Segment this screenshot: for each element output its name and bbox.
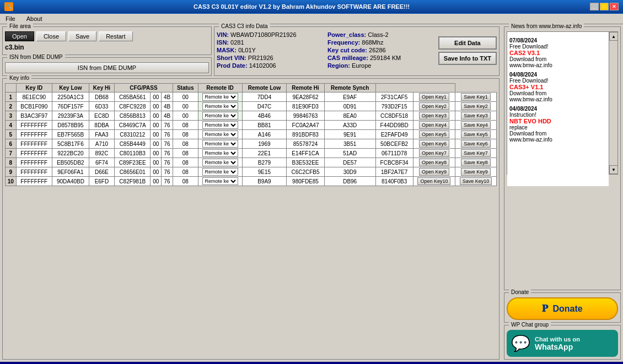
news-panel[interactable]: 07/08/2024 Free Download! CAS2 V3.1 Down… <box>507 32 609 186</box>
news-date-1: 07/08/2024 <box>509 37 606 44</box>
status-select-2[interactable]: Remote key Unused <box>202 102 238 110</box>
save-info-button[interactable]: Save Info to TXT <box>438 52 497 65</box>
keycut-row: Key cut code: 26286 <box>327 47 434 53</box>
powerclass-label: Power_class: <box>327 31 366 38</box>
open-button[interactable]: Open <box>5 31 34 41</box>
save-key-9[interactable]: Save Key9 <box>461 168 491 176</box>
scroll-up-button[interactable]: ▲ <box>609 32 618 41</box>
close-button[interactable]: Close <box>36 31 66 41</box>
rsynch-7: 06711D78 <box>375 149 413 158</box>
byte2-6: 76 <box>162 139 173 149</box>
news-date-3: 04/08/2024 <box>509 106 606 112</box>
rsynch-2: 793D2F15 <box>375 102 413 111</box>
minimize-button[interactable]: _ <box>590 3 599 10</box>
status-cell-10[interactable]: Unused Remote key <box>198 177 242 186</box>
rsynch-8: FCBCBF34 <box>375 158 413 167</box>
status-cell-2[interactable]: Remote key Unused <box>198 102 242 111</box>
vin-value: WBAWD71080PR21926 <box>230 31 296 38</box>
save-key-6[interactable]: Save Key6 <box>461 140 491 148</box>
cas3-info-inner: VIN: WBAWD71080PR21926 ISN: 0281 MASK: 0… <box>217 31 497 70</box>
status-select-3[interactable]: Remote key Unused <box>202 112 238 119</box>
status-select-9[interactable]: Unused Remote key <box>202 168 238 176</box>
open-key-2[interactable]: Open Key2 <box>419 102 449 110</box>
status-cell-8[interactable]: Unused Remote key <box>198 158 242 167</box>
rhi-4: A33D <box>324 121 375 130</box>
edit-data-button[interactable]: Edit Data <box>438 36 497 50</box>
open-key-cell-4: Open Key4 <box>413 121 455 130</box>
status-cell-7[interactable]: Unused Remote key <box>198 149 242 158</box>
region-label: Region: <box>327 62 350 69</box>
row-num-6: 6 <box>6 139 17 149</box>
key-id-10: FFFFFFFF <box>16 177 52 186</box>
open-key-1[interactable]: Open Key1 <box>419 93 449 101</box>
col-keylow: Key Low <box>52 84 89 93</box>
frequency-row: Frequency: 868Mhz <box>327 39 434 46</box>
donate-button[interactable]: 𝐏 Donate <box>507 297 618 320</box>
status-select-10[interactable]: Unused Remote key <box>202 177 238 185</box>
open-key-10[interactable]: Open Key10 <box>417 177 450 185</box>
byte2-5: 76 <box>162 130 173 139</box>
isn-button[interactable]: ISN from DME DUMP <box>5 62 209 73</box>
rhi-9: 30D9 <box>324 167 375 177</box>
menu-about[interactable]: About <box>23 15 46 23</box>
proddate-value: 14102006 <box>249 62 276 69</box>
byte3-5: 08 <box>173 130 198 139</box>
save-key-4[interactable]: Save Key4 <box>461 121 491 129</box>
save-button[interactable]: Save <box>68 31 96 41</box>
close-button[interactable]: ✕ <box>610 3 619 10</box>
table-row: 2 BCB1F090 76DF157F 6D33 C8FC9228 00 4B … <box>6 102 497 111</box>
key-info: Key info Key ID Key Low Key Hi CFG/PASS … <box>2 78 500 360</box>
open-key-9[interactable]: Open Key9 <box>419 168 449 176</box>
save-key-7[interactable]: Save Key7 <box>461 149 491 157</box>
whatsapp-box: WP Chat group 💬 Chat with us on WhatsApp <box>504 325 621 360</box>
whatsapp-text-block: Chat with us on WhatsApp <box>535 336 580 351</box>
save-key-5[interactable]: Save Key5 <box>461 131 491 138</box>
status-cell-4[interactable]: Unused Remote key <box>198 121 242 130</box>
status-select-7[interactable]: Unused Remote key <box>202 149 238 157</box>
mileage-row: CAS milleage: 259184 KM <box>327 55 434 61</box>
status-cell-5[interactable]: Unused Remote key <box>198 130 242 139</box>
shortvin-value: PR21926 <box>248 55 273 61</box>
byte2-9: 76 <box>162 167 173 177</box>
news-container: 07/08/2024 Free Download! CAS2 V3.1 Down… <box>507 31 618 175</box>
save-key-10[interactable]: Save Key10 <box>460 177 492 185</box>
save-key-2[interactable]: Save Key2 <box>461 102 491 110</box>
title-bar-buttons: _ □ ✕ <box>590 3 619 10</box>
status-select-4[interactable]: Unused Remote key <box>202 121 238 129</box>
maximize-button[interactable]: □ <box>600 3 609 10</box>
rsynch-6: 50BCEFB2 <box>375 139 413 149</box>
rlow-6: 85578724 <box>287 139 325 149</box>
whatsapp-inner[interactable]: 💬 Chat with us on WhatsApp <box>507 330 618 357</box>
save-key-8[interactable]: Save Key8 <box>461 159 491 166</box>
status-select-8[interactable]: Unused Remote key <box>202 159 238 166</box>
col-remoteid: Remote ID <box>198 84 242 93</box>
status-cell-9[interactable]: Unused Remote key <box>198 167 242 177</box>
rid-1: 7DD4 <box>242 93 287 102</box>
open-key-8[interactable]: Open Key8 <box>419 159 449 166</box>
status-select-1[interactable]: Remote key Unused <box>202 93 238 101</box>
byte3-10: 08 <box>173 177 198 186</box>
vin-label: VIN: <box>217 31 229 38</box>
rhi-1: E9AF <box>324 93 375 102</box>
status-cell-3[interactable]: Remote key Unused <box>198 111 242 121</box>
save-key-cell-2: Save Key2 <box>455 102 497 111</box>
col-keyid: Key ID <box>16 84 52 93</box>
restart-button[interactable]: Restart <box>99 31 132 41</box>
cfg1-2: C8FC9228 <box>115 102 151 111</box>
menu-file[interactable]: File <box>2 15 19 23</box>
status-cell-6[interactable]: Unused Remote key <box>198 139 242 149</box>
open-key-6[interactable]: Open Key6 <box>419 140 449 148</box>
status-select-5[interactable]: Unused Remote key <box>202 131 238 138</box>
isn-label: ISN: <box>217 39 229 46</box>
open-key-7[interactable]: Open Key7 <box>419 149 449 157</box>
status-select-6[interactable]: Unused Remote key <box>202 140 238 148</box>
table-row: 7 FFFFFFFF 9222BC20 892C C80110B3 00 76 … <box>6 149 497 158</box>
save-key-3[interactable]: Save Key3 <box>461 112 491 119</box>
save-key-1[interactable]: Save Key1 <box>461 93 491 101</box>
save-key-cell-3: Save Key3 <box>455 111 497 121</box>
scroll-down-button[interactable]: ▼ <box>609 165 618 174</box>
status-cell-1[interactable]: Remote key Unused <box>198 93 242 102</box>
open-key-4[interactable]: Open Key4 <box>419 121 449 129</box>
open-key-3[interactable]: Open Key3 <box>419 112 449 119</box>
open-key-5[interactable]: Open Key5 <box>419 131 449 138</box>
